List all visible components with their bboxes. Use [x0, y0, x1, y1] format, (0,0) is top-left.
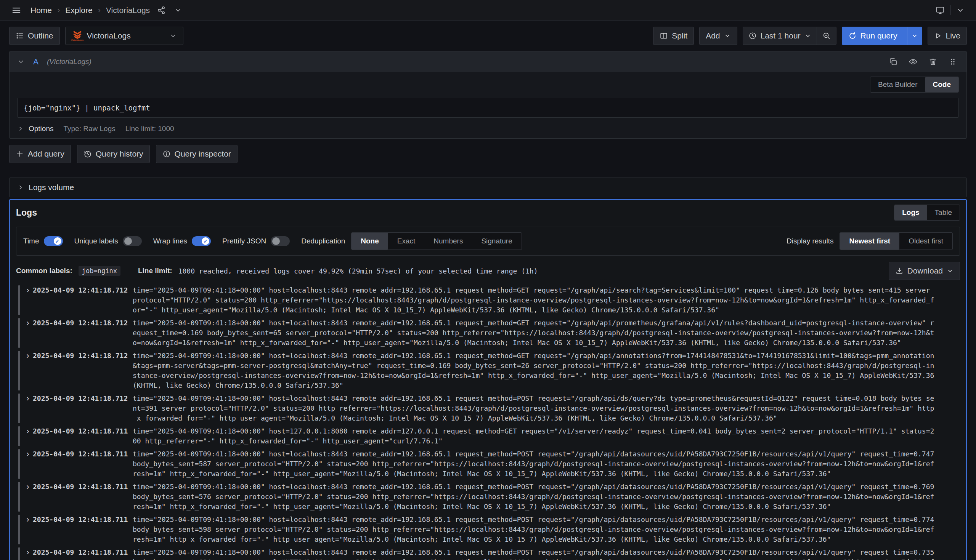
deduplication-option-signature[interactable]: Signature — [472, 233, 521, 250]
expand-row-icon[interactable]: › — [23, 482, 33, 492]
toggle-switch[interactable]: ✓ — [44, 236, 63, 246]
log-line: _x_forwarded_for="-" http_user_agent="Mo… — [133, 413, 962, 423]
breadcrumb-victorialogs[interactable]: VictoriaLogs — [106, 6, 150, 15]
expand-row-icon[interactable]: › — [23, 515, 33, 525]
breadcrumb-separator: › — [98, 5, 101, 15]
log-row[interactable]: ›2025-04-09 12:41:18.711time="2025-04-09… — [14, 448, 962, 480]
live-button[interactable]: Live — [928, 27, 967, 45]
editor-mode-option-code[interactable]: Code — [925, 77, 959, 92]
display-results-control: Display results Newest firstOldest first — [787, 232, 953, 250]
breadcrumb-actions-caret[interactable] — [173, 5, 183, 16]
deduplication-label: Deduplication — [301, 237, 345, 245]
kiosk-mode-button[interactable] — [934, 4, 947, 17]
download-label: Download — [907, 266, 943, 275]
time-range-picker[interactable]: Last 1 hour — [743, 27, 817, 45]
log-row[interactable]: ›2025-04-09 12:41:18.711time="2025-04-09… — [14, 546, 962, 560]
log-line: body_bytes_sent=598 server_protocol="HTT… — [133, 525, 962, 535]
log-line: body_bytes_sent=587 server_protocol="HTT… — [133, 459, 962, 469]
log-row[interactable]: ›2025-04-09 12:41:18.712time="2025-04-09… — [14, 349, 962, 392]
zoom-out-icon — [822, 32, 831, 40]
log-line: time="2025-04-09T09:41:18+00:00" host=lo… — [133, 482, 962, 492]
split-button[interactable]: Split — [653, 27, 694, 45]
chevron-down-icon — [724, 32, 731, 39]
log-row[interactable]: ›2025-04-09 12:41:18.711time="2025-04-09… — [14, 480, 962, 513]
toggle-switch[interactable] — [271, 236, 290, 246]
logs-view-option-logs[interactable]: Logs — [894, 205, 927, 220]
download-button[interactable]: Download — [889, 262, 960, 280]
query-row-header[interactable]: A (VictoriaLogs) — [10, 52, 966, 72]
deduplication-option-none[interactable]: None — [351, 233, 388, 250]
log-line: time="2025-04-09T09:41:18+00:00" host=lo… — [133, 547, 962, 557]
zoom-out-time-button[interactable] — [817, 27, 836, 45]
duplicate-query-button[interactable] — [887, 56, 899, 68]
logs-view-option-table[interactable]: Table — [927, 205, 959, 220]
chevron-right-icon — [17, 184, 24, 191]
log-line: time="2025-04-09T09:41:18+00:00" host=12… — [133, 426, 962, 436]
query-inspector-button[interactable]: Query inspector — [156, 145, 237, 163]
breadcrumb-home[interactable]: Home — [30, 6, 52, 15]
plus-icon — [16, 150, 24, 158]
share-button[interactable] — [155, 4, 167, 17]
log-level-bar — [18, 482, 20, 512]
logs-view-toggle: LogsTable — [894, 205, 960, 220]
drag-query-handle[interactable] — [947, 56, 959, 68]
log-line: resh=1m" http_x_forwarded_for="-" http_u… — [133, 502, 962, 512]
log-line: equest_time=0.169 body_bytes_sent=65 ser… — [133, 328, 962, 338]
log-message: time="2025-04-09T09:41:18+00:00" host=lo… — [133, 515, 962, 544]
run-query-caret[interactable] — [907, 27, 922, 45]
sync-icon — [848, 32, 857, 40]
log-row[interactable]: ›2025-04-09 12:41:18.712time="2025-04-09… — [14, 284, 962, 317]
options-label: Options — [28, 125, 53, 133]
outline-button[interactable]: Outline — [9, 27, 60, 45]
common-labels-label: Common labels: — [16, 267, 72, 275]
switch-knob: ✓ — [202, 237, 209, 245]
log-row[interactable]: ›2025-04-09 12:41:18.712time="2025-04-09… — [14, 317, 962, 349]
log-level-bar — [18, 547, 20, 560]
toggle-label: Time — [23, 237, 39, 245]
datasource-name: VictoriaLogs — [87, 31, 131, 40]
expand-row-icon[interactable]: › — [23, 285, 33, 295]
query-history-button[interactable]: Query history — [77, 145, 150, 163]
expand-row-icon[interactable]: › — [23, 318, 33, 328]
toggle-switch[interactable]: ✓ — [192, 236, 211, 246]
log-timestamp: 2025-04-09 12:41:18.711 — [33, 547, 128, 557]
log-row[interactable]: ›2025-04-09 12:41:18.711time="2025-04-09… — [14, 425, 962, 448]
log-line: time="2025-04-09T09:41:18+00:00" host=lo… — [133, 285, 962, 295]
logs-volume-panel[interactable]: Logs volume — [9, 178, 967, 197]
query-options-row[interactable]: Options Type: Raw Logs Line limit: 1000 — [17, 125, 959, 133]
deduplication-options: NoneExactNumbersSignature — [351, 232, 521, 250]
expand-row-icon[interactable]: › — [23, 426, 33, 436]
collapse-query-icon[interactable] — [17, 58, 25, 65]
logs-panel-header: Logs LogsTable — [10, 200, 966, 224]
add-button[interactable]: Add — [699, 27, 737, 45]
logs-panel: Logs LogsTable Time✓Unique labelsWrap li… — [9, 199, 967, 560]
editor-mode-option-beta-builder[interactable]: Beta Builder — [871, 77, 925, 92]
log-row[interactable]: ›2025-04-09 12:41:18.712time="2025-04-09… — [14, 392, 962, 425]
expand-row-icon[interactable]: › — [23, 393, 33, 403]
logs-toggles: Time✓Unique labelsWrap lines✓Prettify JS… — [23, 236, 290, 246]
deduplication-control: Deduplication NoneExactNumbersSignature — [301, 232, 522, 250]
remove-query-button[interactable] — [927, 56, 939, 68]
display-results-options: Newest firstOldest first — [839, 232, 953, 250]
expand-row-icon[interactable]: › — [23, 547, 33, 557]
nav-collapse-caret[interactable] — [955, 5, 966, 16]
datasource-picker[interactable]: VictoriaLogs VictoriaLogs — [65, 27, 183, 45]
display-results-option-oldest-first[interactable]: Oldest first — [899, 233, 953, 250]
display-results-option-newest-first[interactable]: Newest first — [840, 233, 899, 250]
hamburger-menu-button[interactable] — [10, 4, 23, 17]
share-alt-icon — [157, 6, 166, 15]
line-limit-value: 1000 reached, received logs cover 49.92%… — [179, 267, 538, 275]
query-input[interactable]: {job="nginx"} | unpack_logfmt — [17, 98, 959, 118]
log-row[interactable]: ›2025-04-09 12:41:18.711time="2025-04-09… — [14, 513, 962, 546]
expand-row-icon[interactable]: › — [23, 449, 33, 459]
expand-row-icon[interactable]: › — [23, 351, 33, 361]
toggle-switch[interactable] — [123, 236, 142, 246]
deduplication-option-numbers[interactable]: Numbers — [424, 233, 472, 250]
add-query-button[interactable]: Add query — [9, 145, 71, 163]
query-text: {job="nginx"} | unpack_logfmt — [23, 103, 150, 112]
breadcrumb-explore[interactable]: Explore — [65, 6, 92, 15]
deduplication-option-exact[interactable]: Exact — [388, 233, 425, 250]
toggle-query-visibility-button[interactable] — [907, 56, 919, 68]
run-query-button[interactable]: Run query — [842, 27, 923, 45]
common-labels-badge: job=nginx — [79, 266, 120, 276]
